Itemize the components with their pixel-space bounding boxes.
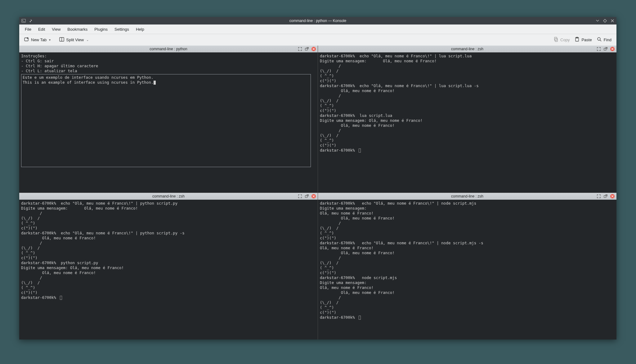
minimize-button[interactable] — [595, 19, 600, 23]
new-tab-button[interactable]: New Tab ▾ — [22, 36, 53, 44]
terminal-text: Instruções: - Ctrl G: sair - Ctrl H: apa… — [21, 54, 316, 73]
pane-title: command-line : python — [19, 47, 318, 51]
menubar: File Edit View Bookmarks Plugins Setting… — [19, 24, 616, 34]
close-button[interactable] — [610, 19, 615, 23]
terminal-pane: command-line : zsh darkstar-6700k% echo … — [318, 46, 616, 193]
svg-rect-10 — [305, 48, 307, 50]
ncurses-box: Este e um exemplo de interface usando nc… — [21, 74, 311, 167]
terminal[interactable]: darkstar-6700k% echo "Olá, meu nome é Fr… — [318, 200, 616, 340]
terminal[interactable]: darkstar-6700k% echo "Olá, meu nome é Fr… — [19, 200, 318, 340]
copy-icon — [553, 37, 558, 43]
titlebar: command-line : python — Konsole — [19, 17, 616, 24]
detach-pane-icon[interactable] — [603, 47, 608, 51]
menu-settings[interactable]: Settings — [111, 26, 132, 33]
terminal-text: darkstar-6700k% echo "Olá, meu nome é Fr… — [320, 201, 483, 320]
pane-title: command-line : zsh — [19, 194, 318, 198]
copy-label: Copy — [560, 38, 570, 42]
pane-title: command-line : zsh — [318, 194, 616, 198]
maximize-pane-icon[interactable] — [597, 194, 601, 198]
terminal-text: darkstar-6700k% echo "Olá, meu nome é Fr… — [320, 54, 479, 153]
menu-bookmarks[interactable]: Bookmarks — [64, 26, 91, 33]
terminal-text: darkstar-6700k% echo "Olá, meu nome é Fr… — [21, 201, 185, 300]
svg-rect-0 — [22, 19, 25, 23]
window-title: command-line : python — Konsole — [19, 19, 616, 23]
svg-rect-5 — [555, 38, 558, 42]
svg-rect-13 — [604, 195, 606, 198]
menu-help[interactable]: Help — [133, 26, 147, 33]
pin-icon[interactable] — [28, 18, 33, 23]
close-pane-icon[interactable] — [610, 194, 615, 198]
chevron-down-icon: ⌄ — [86, 38, 89, 42]
split-view-button[interactable]: Split View ⌄ — [57, 36, 91, 44]
detach-pane-icon[interactable] — [305, 47, 309, 51]
app-window: command-line : python — Konsole File Edi… — [19, 17, 616, 340]
terminal-pane: command-line : python Instruções: - Ctrl… — [19, 46, 318, 193]
svg-line-9 — [600, 40, 601, 41]
svg-rect-4 — [554, 37, 557, 40]
splits-area: command-line : python Instruções: - Ctrl… — [19, 46, 616, 340]
maximize-pane-icon[interactable] — [597, 47, 601, 51]
cursor — [359, 316, 361, 320]
toolbar: New Tab ▾ Split View ⌄ Copy Paste — [19, 34, 616, 46]
split-view-label: Split View — [66, 38, 84, 42]
find-label: Find — [604, 38, 611, 42]
menu-view[interactable]: View — [49, 26, 64, 33]
pane-title: command-line : zsh — [318, 47, 616, 51]
new-tab-icon — [24, 37, 29, 43]
paste-button[interactable]: Paste — [572, 36, 594, 44]
svg-rect-11 — [604, 48, 606, 50]
split-view-icon — [59, 37, 64, 43]
app-icon — [21, 18, 26, 23]
terminal-text: Este e um exemplo de interface usando nc… — [23, 75, 153, 85]
detach-pane-icon[interactable] — [305, 194, 309, 198]
svg-point-8 — [598, 38, 600, 40]
terminal-pane: command-line : zsh darkstar-6700k% echo … — [19, 193, 318, 340]
pane-header[interactable]: command-line : zsh — [318, 193, 616, 200]
copy-button[interactable]: Copy — [551, 36, 572, 44]
close-pane-icon[interactable] — [311, 47, 316, 51]
paste-icon — [575, 37, 580, 43]
close-pane-icon[interactable] — [610, 47, 615, 51]
find-button[interactable]: Find — [594, 36, 614, 44]
close-pane-icon[interactable] — [311, 194, 316, 198]
pane-header[interactable]: command-line : python — [19, 46, 318, 52]
terminal-pane: command-line : zsh darkstar-6700k% echo … — [318, 193, 616, 340]
detach-pane-icon[interactable] — [603, 194, 608, 198]
menu-edit[interactable]: Edit — [35, 26, 48, 33]
menu-file[interactable]: File — [22, 26, 34, 33]
chevron-down-icon: ▾ — [49, 38, 51, 42]
pane-header[interactable]: command-line : zsh — [19, 193, 318, 200]
terminal[interactable]: Instruções: - Ctrl G: sair - Ctrl H: apa… — [19, 52, 318, 193]
svg-rect-12 — [305, 195, 307, 198]
menu-plugins[interactable]: Plugins — [91, 26, 111, 33]
cursor — [60, 296, 62, 300]
maximize-pane-icon[interactable] — [298, 47, 302, 51]
pane-header[interactable]: command-line : zsh — [318, 46, 616, 52]
maximize-pane-icon[interactable] — [298, 194, 302, 198]
cursor — [359, 149, 361, 153]
new-tab-label: New Tab — [31, 38, 47, 42]
search-icon — [597, 37, 602, 43]
terminal[interactable]: darkstar-6700k% echo "Olá, meu nome é Fr… — [318, 52, 616, 193]
cursor — [154, 81, 156, 85]
maximize-button[interactable] — [603, 19, 607, 23]
paste-label: Paste — [581, 38, 592, 42]
